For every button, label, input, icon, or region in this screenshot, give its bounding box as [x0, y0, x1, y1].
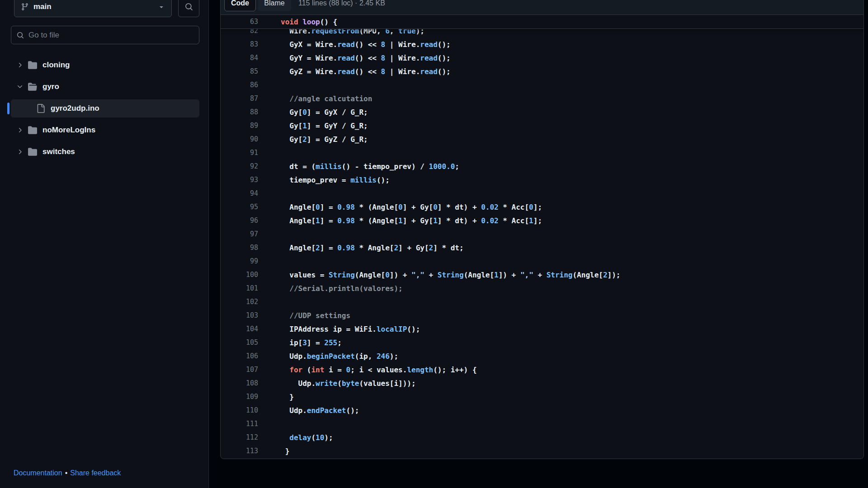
code-text: void loop() { — [258, 18, 337, 26]
line-number[interactable]: 90 — [221, 135, 258, 143]
code-line-97: 97 — [221, 227, 863, 241]
line-number[interactable]: 92 — [221, 162, 258, 170]
search-icon — [185, 3, 193, 11]
line-number[interactable]: 87 — [221, 94, 258, 103]
file-tree: cloninggyrogyro2udp.inonoMoreLogInsswitc… — [11, 56, 199, 164]
code-line-95: 95 Angle[0] = 0.98 * (Angle[0] + Gy[0] *… — [221, 200, 863, 214]
line-number[interactable]: 85 — [221, 67, 258, 75]
code-line-112: 112 delay(10); — [221, 431, 863, 444]
line-number[interactable]: 112 — [221, 433, 258, 441]
code-line-100: 100 values = String(Angle[0]) + "," + St… — [221, 268, 863, 282]
code-text: Gy[1] = GyY / G_R; — [258, 122, 368, 130]
code-text: for (int i = 0; i < values.length(); i++… — [258, 366, 477, 374]
line-number[interactable]: 63 — [221, 18, 258, 26]
line-number[interactable]: 113 — [221, 447, 258, 455]
code-text: IPAddress ip = WiFi.localIP(); — [258, 325, 420, 333]
branch-selector[interactable]: main — [14, 0, 172, 17]
line-number[interactable]: 83 — [221, 40, 258, 48]
line-number[interactable]: 97 — [221, 230, 258, 238]
go-to-file-input[interactable]: Go to file — [11, 26, 199, 44]
file-header-bar: Code Blame 115 lines (88 loc) · 2.45 KB … — [221, 0, 863, 15]
code-text: } — [258, 393, 294, 401]
code-text: tiempo_prev = millis(); — [258, 176, 390, 184]
code-line-90: 90 Gy[2] = GyZ / G_R; — [221, 132, 863, 146]
line-number[interactable]: 96 — [221, 216, 258, 225]
line-number[interactable]: 98 — [221, 244, 258, 252]
code-line-94: 94 — [221, 187, 863, 200]
chevron-right-icon[interactable] — [16, 148, 24, 155]
line-number[interactable]: 88 — [221, 108, 258, 116]
search-icon — [17, 32, 24, 39]
code-line-98: 98 Angle[2] = 0.98 * Angle[2] + Gy[2] * … — [221, 241, 863, 254]
line-number[interactable]: 103 — [221, 311, 258, 319]
line-number[interactable]: 99 — [221, 257, 258, 265]
code-line-84: 84 GyY = Wire.read() << 8 | Wire.read(); — [221, 51, 863, 65]
code-text: dt = (millis() - tiempo_prev) / 1000.0; — [258, 162, 459, 171]
file-meta-info: 115 lines (88 loc) · 2.45 KB — [298, 0, 385, 11]
tree-item-label: noMoreLogIns — [42, 126, 95, 135]
search-button[interactable] — [178, 0, 199, 17]
tree-item-label: switches — [42, 147, 75, 156]
code-line-101: 101 //Serial.println(valores); — [221, 282, 863, 295]
chevron-right-icon[interactable] — [16, 61, 24, 69]
code-line-107: 107 for (int i = 0; i < values.length();… — [221, 363, 863, 376]
folder-icon — [28, 61, 37, 70]
line-number[interactable]: 107 — [221, 366, 258, 374]
code-line-109: 109 } — [221, 390, 863, 404]
line-number[interactable]: 95 — [221, 203, 258, 211]
tree-item-gyro[interactable]: gyro — [11, 78, 199, 96]
chevron-right-icon[interactable] — [16, 127, 24, 134]
code-line-96: 96 Angle[1] = 0.98 * (Angle[1] + Gy[1] *… — [221, 214, 863, 227]
code-line-85: 85 GyZ = Wire.read() << 8 | Wire.read(); — [221, 65, 863, 78]
code-line-99: 99 — [221, 254, 863, 268]
line-number[interactable]: 94 — [221, 189, 258, 197]
code-text: Udp.write(byte(values[i])); — [258, 379, 416, 388]
code-line-106: 106 Udp.beginPacket(ip, 246); — [221, 349, 863, 363]
line-number[interactable]: 105 — [221, 338, 258, 347]
tree-item-gyro2udp.ino[interactable]: gyro2udp.ino — [11, 99, 199, 117]
tree-item-noMoreLogIns[interactable]: noMoreLogIns — [11, 121, 199, 139]
code-line-102: 102 — [221, 295, 863, 309]
sticky-scope-line: 63void loop() { — [221, 15, 863, 29]
line-number[interactable]: 100 — [221, 271, 258, 279]
line-number[interactable]: 101 — [221, 284, 258, 292]
code-text: //UDP settings — [258, 311, 350, 320]
code-text: //angle calcutation — [258, 94, 372, 103]
line-number[interactable]: 84 — [221, 54, 258, 62]
tab-blame[interactable]: Blame — [258, 0, 291, 11]
code-text: Angle[2] = 0.98 * Angle[2] + Gy[2] * dt; — [258, 244, 464, 252]
line-number[interactable]: 109 — [221, 393, 258, 401]
code-line-92: 92 dt = (millis() - tiempo_prev) / 1000.… — [221, 160, 863, 173]
code-text: //Serial.println(valores); — [258, 284, 403, 293]
code-line-104: 104 IPAddress ip = WiFi.localIP(); — [221, 322, 863, 336]
code-line-93: 93 tiempo_prev = millis(); — [221, 173, 863, 187]
line-number[interactable]: 104 — [221, 325, 258, 333]
tree-item-label: cloning — [42, 61, 70, 70]
code-text: Udp.beginPacket(ip, 246); — [258, 352, 398, 361]
line-number[interactable]: 93 — [221, 176, 258, 184]
line-number[interactable]: 106 — [221, 352, 258, 360]
tree-item-switches[interactable]: switches — [11, 143, 199, 161]
code-line-108: 108 Udp.write(byte(values[i])); — [221, 376, 863, 390]
code-line-111: 111 — [221, 417, 863, 431]
code-line-83: 83 GyX = Wire.read() << 8 | Wire.read(); — [221, 38, 863, 51]
footer-separator: • — [65, 469, 68, 477]
line-number[interactable]: 86 — [221, 81, 258, 89]
chevron-down-icon[interactable] — [16, 83, 24, 90]
code-line-63: 63void loop() { — [221, 15, 863, 28]
code-text: delay(10); — [258, 433, 333, 442]
folder-open-icon — [28, 82, 37, 91]
code-text: GyZ = Wire.read() << 8 | Wire.read(); — [258, 67, 451, 76]
share-feedback-link[interactable]: Share feedback — [70, 469, 121, 477]
line-number[interactable]: 111 — [221, 420, 258, 428]
line-number[interactable]: 108 — [221, 379, 258, 387]
tree-item-cloning[interactable]: cloning — [11, 56, 199, 74]
tree-item-label: gyro2udp.ino — [51, 104, 99, 113]
line-number[interactable]: 102 — [221, 298, 258, 306]
documentation-link[interactable]: Documentation — [14, 469, 62, 477]
line-number[interactable]: 91 — [221, 149, 258, 157]
line-number[interactable]: 110 — [221, 406, 258, 414]
line-number[interactable]: 89 — [221, 122, 258, 130]
tree-item-label: gyro — [42, 82, 59, 91]
tab-code[interactable]: Code — [224, 0, 256, 11]
